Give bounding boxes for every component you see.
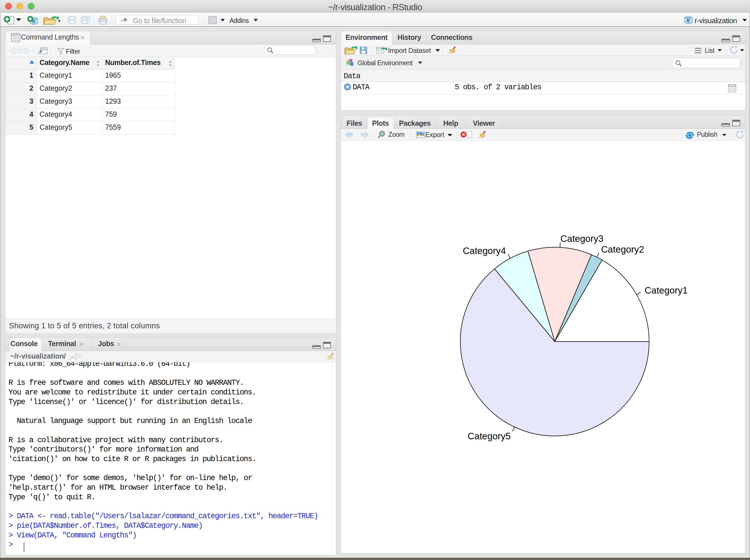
svg-text:R: R <box>686 18 690 23</box>
svg-text:Category4: Category4 <box>463 245 506 256</box>
svg-text:Category5: Category5 <box>468 431 511 441</box>
svg-text:Category2: Category2 <box>601 244 644 255</box>
svg-text:Category1: Category1 <box>645 285 688 296</box>
svg-text:Category3: Category3 <box>560 233 603 244</box>
